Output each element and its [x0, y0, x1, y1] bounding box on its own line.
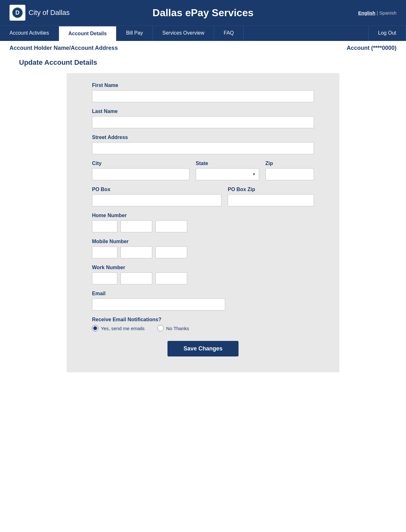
account-number: Account (****0000)	[347, 45, 396, 51]
state-select[interactable]: TX AL AK CA FL NY	[196, 168, 259, 180]
state-select-wrapper: TX AL AK CA FL NY	[196, 168, 259, 180]
work-number-prefix[interactable]	[121, 272, 152, 284]
work-number-line[interactable]	[155, 272, 187, 284]
mobile-number-area[interactable]	[92, 246, 117, 258]
po-box-row: PO Box PO Box Zip	[92, 187, 314, 206]
mobile-number-prefix[interactable]	[121, 246, 152, 258]
zip-group: Zip	[265, 161, 314, 180]
home-number-area[interactable]	[92, 220, 117, 232]
mobile-number-group: Mobile Number	[92, 239, 314, 258]
form-container: First Name Last Name Street Address City…	[67, 73, 339, 372]
zip-label: Zip	[265, 161, 314, 166]
first-name-group: First Name	[92, 83, 314, 102]
nav-bill-pay[interactable]: Bill Pay	[116, 26, 153, 41]
account-holder-info: Account Holder Name/Account Address	[10, 45, 118, 51]
city-group: City	[92, 161, 189, 180]
radio-yes-option[interactable]: Yes, send me emails	[92, 325, 145, 331]
radio-yes-label: Yes, send me emails	[101, 326, 145, 331]
nav-account-activities[interactable]: Account Activities	[0, 26, 59, 41]
main-content: Update Account Details First Name Last N…	[0, 55, 406, 385]
site-title: Dallas ePay Services	[153, 7, 253, 19]
radio-no-option[interactable]: No Thanks	[157, 325, 189, 331]
street-address-label: Street Address	[92, 135, 314, 140]
first-name-label: First Name	[92, 83, 314, 88]
work-number-group: Work Number	[92, 265, 314, 284]
po-box-zip-group: PO Box Zip	[228, 187, 314, 206]
nav-services-overview[interactable]: Services Overview	[153, 26, 214, 41]
save-button-wrapper: Save Changes	[92, 341, 314, 356]
nav-log-out[interactable]: Log Out	[368, 26, 406, 41]
form-title: Update Account Details	[19, 58, 387, 67]
email-label: Email	[92, 291, 314, 296]
home-number-line[interactable]	[155, 220, 187, 232]
email-group: Email	[92, 291, 314, 310]
last-name-label: Last Name	[92, 109, 314, 114]
work-number-row	[92, 272, 314, 284]
po-box-zip-label: PO Box Zip	[228, 187, 314, 192]
po-box-input[interactable]	[92, 194, 221, 206]
work-number-area[interactable]	[92, 272, 117, 284]
home-number-row	[92, 220, 314, 232]
email-input[interactable]	[92, 298, 225, 310]
city-state-zip-row: City State TX AL AK CA FL NY	[92, 161, 314, 180]
home-number-group: Home Number	[92, 213, 314, 232]
english-link[interactable]: English	[358, 10, 375, 16]
email-notifications-label: Receive Email Notifications?	[92, 317, 314, 323]
street-address-input[interactable]	[92, 142, 314, 154]
po-box-label: PO Box	[92, 187, 221, 192]
city-label: City	[92, 161, 189, 166]
nav-account-details[interactable]: Account Details	[59, 26, 117, 41]
mobile-number-row	[92, 246, 314, 258]
last-name-group: Last Name	[92, 109, 314, 128]
zip-input[interactable]	[265, 168, 314, 180]
radio-yes-input[interactable]	[92, 325, 98, 331]
street-address-group: Street Address	[92, 135, 314, 154]
home-number-prefix[interactable]	[121, 220, 152, 232]
header: D City of Dallas Dallas ePay Services En…	[0, 0, 406, 25]
first-name-input[interactable]	[92, 90, 314, 102]
spanish-link[interactable]: Spanish	[379, 10, 396, 16]
email-notifications-radios: Yes, send me emails No Thanks	[92, 325, 314, 331]
account-bar: Account Holder Name/Account Address Acco…	[0, 41, 406, 55]
logo-icon: D	[10, 5, 25, 21]
po-box-zip-input[interactable]	[228, 194, 314, 206]
po-box-group: PO Box	[92, 187, 221, 206]
email-notifications-group: Receive Email Notifications? Yes, send m…	[92, 317, 314, 331]
home-number-label: Home Number	[92, 213, 314, 218]
radio-no-label: No Thanks	[166, 326, 189, 331]
work-number-label: Work Number	[92, 265, 314, 270]
nav-faq[interactable]: FAQ	[214, 26, 244, 41]
state-label: State	[196, 161, 259, 166]
logo: D City of Dallas	[10, 5, 70, 21]
svg-text:D: D	[16, 10, 20, 16]
save-button[interactable]: Save Changes	[167, 341, 238, 356]
mobile-number-label: Mobile Number	[92, 239, 314, 244]
navigation: Account Activities Account Details Bill …	[0, 25, 406, 41]
city-input[interactable]	[92, 168, 189, 180]
state-group: State TX AL AK CA FL NY	[196, 161, 259, 180]
last-name-input[interactable]	[92, 116, 314, 128]
language-selector: English | Spanish	[358, 10, 396, 16]
city-name: City of Dallas	[29, 9, 70, 17]
lang-separator: |	[377, 10, 379, 16]
mobile-number-line[interactable]	[155, 246, 187, 258]
radio-no-input[interactable]	[157, 325, 164, 331]
